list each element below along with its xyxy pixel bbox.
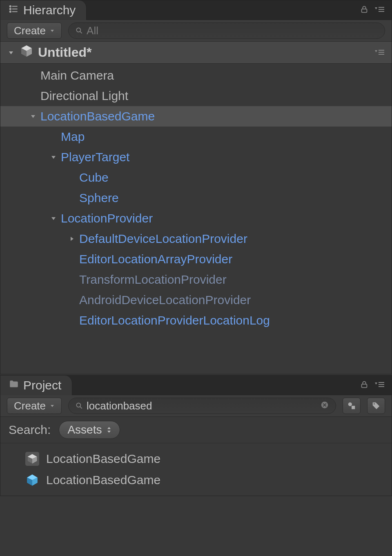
- hierarchy-item[interactable]: AndroidDeviceLocationProvider: [0, 290, 392, 310]
- hierarchy-item-label: Sphere: [79, 191, 119, 205]
- svg-point-5: [10, 11, 11, 12]
- svg-rect-31: [379, 386, 384, 387]
- svg-marker-39: [107, 427, 111, 429]
- project-tab-label: Project: [23, 378, 61, 392]
- svg-line-34: [80, 407, 82, 409]
- hierarchy-item[interactable]: Directional Light: [0, 86, 392, 106]
- search-scope-label: Assets: [67, 423, 102, 436]
- unity-logo-icon: [20, 44, 33, 61]
- project-create-button[interactable]: Create: [7, 398, 62, 414]
- hierarchy-item[interactable]: LocationBasedGame: [0, 106, 392, 127]
- svg-rect-10: [379, 11, 384, 12]
- scene-header[interactable]: Untitled*: [0, 42, 392, 64]
- scene-foldout-icon[interactable]: [7, 49, 15, 57]
- foldout-icon[interactable]: [49, 214, 58, 222]
- scene-menu-icon[interactable]: [374, 45, 385, 60]
- hierarchy-search-input[interactable]: [87, 24, 378, 37]
- hierarchy-item[interactable]: DefaultDeviceLocationProvider: [0, 229, 392, 249]
- project-asset-row[interactable]: LocationBasedGame: [0, 469, 392, 491]
- project-search-scope: Search: Assets: [0, 417, 392, 443]
- svg-rect-30: [379, 384, 384, 385]
- project-search[interactable]: [68, 398, 336, 414]
- svg-marker-24: [51, 156, 56, 159]
- project-toolbar: Create: [0, 395, 392, 417]
- hierarchy-item[interactable]: TransformLocationProvider: [0, 269, 392, 290]
- dropdown-icon: [50, 403, 55, 408]
- create-button[interactable]: Create: [7, 22, 62, 39]
- svg-marker-11: [51, 30, 54, 32]
- svg-marker-7: [375, 7, 377, 9]
- project-create-label: Create: [14, 400, 46, 412]
- lock-icon[interactable]: [360, 380, 369, 391]
- clear-search-icon[interactable]: [320, 400, 329, 412]
- hierarchy-tab-row: Hierarchy: [0, 0, 392, 20]
- svg-point-12: [76, 28, 80, 32]
- project-results: LocationBasedGameLocationBasedGame: [0, 443, 392, 496]
- project-tab[interactable]: Project: [0, 376, 72, 395]
- svg-rect-9: [379, 9, 384, 10]
- hierarchy-item-label: Map: [61, 130, 85, 144]
- svg-marker-19: [375, 50, 377, 52]
- project-search-input[interactable]: [87, 400, 317, 412]
- hierarchy-tab-label: Hierarchy: [23, 3, 76, 17]
- foldout-icon[interactable]: [68, 235, 76, 243]
- svg-point-38: [374, 403, 375, 405]
- folder-icon: [9, 378, 19, 392]
- search-label: Search:: [9, 423, 51, 437]
- scene-title: Untitled*: [38, 45, 92, 60]
- hierarchy-panel: Hierarchy Create: [0, 0, 392, 374]
- svg-rect-6: [362, 9, 367, 12]
- svg-rect-8: [379, 7, 384, 8]
- hierarchy-toolbar: Create: [0, 20, 392, 42]
- svg-marker-28: [375, 383, 377, 385]
- hierarchy-item-label: EditorLocationProviderLocationLog: [79, 314, 270, 327]
- search-icon: [75, 402, 83, 410]
- search-scope-pill[interactable]: Assets: [59, 421, 120, 439]
- hierarchy-item[interactable]: LocationProvider: [0, 208, 392, 229]
- unity-scene-icon: [25, 451, 40, 466]
- project-asset-row[interactable]: LocationBasedGame: [0, 448, 392, 469]
- svg-rect-27: [362, 384, 367, 387]
- project-tab-row: Project: [0, 376, 392, 395]
- svg-rect-29: [379, 382, 384, 383]
- hierarchy-item[interactable]: PlayerTarget: [0, 147, 392, 167]
- panel-menu-icon[interactable]: [374, 5, 385, 16]
- filter-by-label-button[interactable]: [367, 398, 385, 414]
- svg-marker-40: [107, 431, 111, 433]
- hierarchy-item-label: PlayerTarget: [61, 150, 129, 164]
- lock-icon[interactable]: [360, 5, 369, 16]
- hierarchy-item-label: LocationProvider: [61, 211, 153, 225]
- hierarchy-tab[interactable]: Hierarchy: [0, 0, 87, 20]
- svg-rect-21: [379, 52, 384, 53]
- project-panel: Project Create: [0, 375, 392, 496]
- foldout-icon[interactable]: [29, 112, 37, 120]
- hierarchy-item-label: EditorLocationArrayProvider: [79, 252, 232, 266]
- hierarchy-search[interactable]: [68, 22, 385, 39]
- svg-rect-37: [352, 406, 355, 409]
- hierarchy-item[interactable]: Map: [0, 127, 392, 147]
- panel-menu-icon[interactable]: [374, 380, 385, 391]
- svg-point-4: [10, 8, 11, 9]
- hierarchy-item[interactable]: Cube: [0, 167, 392, 188]
- filter-by-type-button[interactable]: [343, 398, 361, 414]
- hierarchy-tree: Main CameraDirectional LightLocationBase…: [0, 64, 392, 374]
- svg-marker-23: [31, 115, 35, 118]
- hierarchy-item-label: Cube: [79, 171, 109, 185]
- svg-marker-26: [71, 237, 74, 241]
- hierarchy-item[interactable]: EditorLocationProviderLocationLog: [0, 310, 392, 331]
- hierarchy-item-label: DefaultDeviceLocationProvider: [79, 232, 247, 246]
- svg-point-33: [76, 403, 80, 407]
- hierarchy-item[interactable]: Main Camera: [0, 65, 392, 86]
- hierarchy-item-label: AndroidDeviceLocationProvider: [79, 293, 251, 307]
- hierarchy-item-label: LocationBasedGame: [40, 109, 155, 123]
- create-button-label: Create: [14, 24, 46, 37]
- prefab-icon: [25, 473, 40, 487]
- hierarchy-item[interactable]: EditorLocationArrayProvider: [0, 249, 392, 269]
- svg-rect-22: [379, 54, 384, 55]
- foldout-icon[interactable]: [49, 153, 58, 161]
- project-asset-label: LocationBasedGame: [46, 452, 160, 466]
- svg-marker-14: [9, 51, 13, 54]
- hierarchy-item[interactable]: Sphere: [0, 188, 392, 208]
- svg-point-3: [10, 5, 11, 7]
- hierarchy-item-label: Directional Light: [40, 89, 128, 103]
